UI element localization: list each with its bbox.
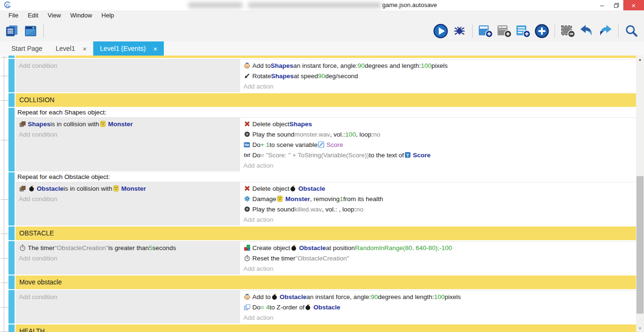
event-group: COLLISION (0, 93, 636, 107)
action-cell[interactable]: Add to Shapes an instant force, angle: 9… (240, 59, 636, 92)
tab-level1-events-[interactable]: Level1 (Events)× (93, 41, 164, 56)
condition-cell[interactable]: Shapes is in collision with MonsterAdd c… (16, 118, 240, 171)
repeat-header[interactable]: Repeat for each Obstacle object: (16, 172, 636, 182)
action-row[interactable]: Delete object Shapes (243, 119, 636, 129)
add-event-icon[interactable] (477, 23, 493, 39)
collision-icon (19, 121, 26, 127)
toolbar-separator (555, 24, 555, 38)
action-cell[interactable]: Delete object ShapesPlay the sound monst… (240, 118, 636, 171)
action-cell[interactable]: Create object Obstacle at position Rando… (240, 242, 636, 275)
timer-icon (243, 255, 250, 261)
action-row[interactable]: VarDo + 1 to scene variable Score (243, 139, 636, 150)
event-selection-bar[interactable] (8, 108, 15, 171)
tab-close-icon[interactable]: × (82, 45, 87, 53)
search-icon[interactable] (623, 23, 639, 39)
condition-cell[interactable]: The timer "ObstacleCreation" is greater … (16, 242, 240, 275)
condition-row[interactable]: The timer "ObstacleCreation" is greater … (19, 243, 240, 253)
scrollbar-thumb[interactable] (636, 176, 644, 314)
add-action-link[interactable]: Add action (243, 265, 274, 272)
title-bar: G game.json.autosave – × (0, 0, 644, 10)
project-manager-icon[interactable] (4, 23, 20, 39)
action-cell[interactable]: Delete object ObstacleDamage Monster, re… (240, 182, 636, 226)
event-group: OBSTACLE (0, 227, 636, 240)
text-segment: , vol.: (330, 131, 345, 138)
text-segment: no (373, 131, 380, 138)
event-selection-bar[interactable] (8, 290, 15, 324)
sound-icon (243, 206, 250, 212)
play-icon[interactable] (433, 23, 449, 39)
menu-bar: FileEditViewWindowHelp (0, 10, 644, 21)
text-segment: monster.wav (294, 131, 330, 138)
action-row[interactable]: Create object Obstacle at position Rando… (243, 243, 636, 253)
menu-item-view[interactable]: View (43, 10, 65, 21)
undo-icon[interactable] (579, 23, 595, 39)
close-button[interactable]: × (623, 0, 644, 10)
open-scene-icon[interactable] (23, 23, 39, 39)
tab-start-page[interactable]: Start Page (5, 41, 49, 56)
add-action-link[interactable]: Add action (243, 314, 274, 321)
action-row[interactable]: Add to Shapes an instant force, angle: 9… (243, 60, 636, 71)
menu-item-window[interactable]: Window (65, 10, 97, 21)
add-condition-link[interactable]: Add condition (19, 293, 57, 300)
condition-cell[interactable]: Add condition (16, 291, 240, 324)
minimize-button[interactable]: – (595, 0, 609, 10)
add-action-link[interactable]: Add action (243, 83, 274, 90)
tab-level1[interactable]: Level1× (49, 41, 93, 56)
add-condition-row: Add condition (19, 60, 240, 71)
action-row[interactable]: Add to Obstacle an instant force, angle:… (243, 292, 636, 302)
action-row[interactable]: Rotate Shapes at speed 90deg/second (243, 71, 636, 81)
event-selection-bar[interactable] (8, 59, 15, 92)
action-row[interactable]: Reset the timer "ObstacleCreation" (243, 253, 636, 263)
add-condition-link[interactable]: Add condition (19, 62, 57, 69)
delete-event-icon[interactable] (560, 23, 576, 39)
text-segment: Obstacle (37, 185, 64, 192)
condition-cell[interactable]: Add condition (16, 59, 240, 92)
add-subevent-icon[interactable] (496, 23, 512, 39)
add-condition-link[interactable]: Add condition (19, 255, 57, 262)
event-selection-bar[interactable] (8, 56, 15, 58)
add-condition-link[interactable]: Add condition (19, 195, 57, 202)
redo-icon[interactable] (597, 23, 613, 39)
add-comment-icon[interactable] (515, 23, 531, 39)
action-row[interactable]: txtDo = "Score: " + ToString(Variable(Sc… (243, 150, 636, 160)
tree-tick (1, 332, 8, 332)
condition-row[interactable]: Shapes is in collision with Monster (19, 119, 240, 129)
action-row[interactable]: Play the sound killed.wav, vol.: , loop:… (243, 204, 636, 214)
text-expression-icon: txt (243, 153, 250, 158)
menu-item-help[interactable]: Help (97, 10, 119, 21)
event-selection-bar[interactable] (8, 275, 15, 289)
action-row[interactable]: Damage Monster, removing 1 from its heal… (243, 194, 636, 204)
scroll-down-arrow[interactable]: ▼ (636, 324, 644, 332)
debug-icon[interactable] (451, 23, 467, 39)
add-circle-icon[interactable] (534, 23, 550, 39)
text-segment: "ObstacleCreation" (55, 244, 108, 251)
event-group: Move obstacle (0, 275, 636, 289)
action-cell[interactable]: Add to Obstacle an instant force, angle:… (240, 291, 636, 324)
event-selection-bar[interactable] (8, 241, 15, 275)
add-action-link[interactable]: Add action (243, 216, 274, 223)
repeat-header[interactable]: Repeat for each Shapes object: (16, 108, 636, 117)
action-row[interactable]: Play the sound monster.wav, vol.: 100, l… (243, 129, 636, 139)
text-segment: killed.wav (294, 206, 322, 213)
event-group-header[interactable]: OBSTACLE (16, 227, 636, 240)
event-group-header[interactable]: HEALTH (16, 324, 636, 332)
scroll-up-arrow[interactable]: ▲ (636, 56, 644, 63)
vertical-scrollbar[interactable]: ▲ ▼ (636, 56, 644, 332)
text-segment: Play the sound (252, 206, 294, 213)
add-action-link[interactable]: Add action (243, 162, 274, 169)
menu-item-file[interactable]: File (4, 10, 23, 21)
condition-cell[interactable]: Obstacle is in collision with MonsterAdd… (16, 182, 240, 226)
condition-row[interactable]: Obstacle is in collision with Monster (19, 183, 240, 194)
event-group-header[interactable]: COLLISION (16, 93, 636, 107)
event-selection-bar[interactable] (8, 227, 15, 240)
event-selection-bar[interactable] (8, 324, 15, 332)
tab-close-icon[interactable]: × (153, 45, 157, 53)
action-row[interactable]: Delete object Obstacle (243, 183, 636, 194)
action-row[interactable]: Do = 4 to Z-order of Obstacle (243, 302, 636, 312)
add-condition-link[interactable]: Add condition (19, 131, 57, 138)
restore-button[interactable] (609, 0, 623, 10)
event-selection-bar[interactable] (8, 172, 15, 226)
event-selection-bar[interactable] (8, 93, 15, 107)
menu-item-edit[interactable]: Edit (23, 10, 43, 21)
event-group-header[interactable]: Move obstacle (16, 275, 636, 289)
